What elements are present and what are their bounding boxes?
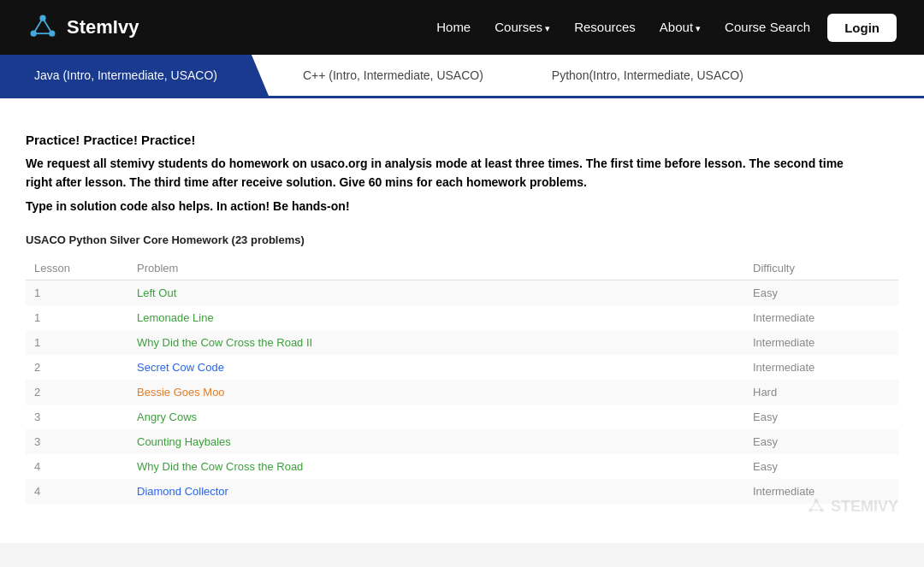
tab-python[interactable]: Python(Intro, Intermediate, USACO) bbox=[518, 55, 778, 96]
cell-lesson: 1 bbox=[26, 330, 128, 355]
problem-link[interactable]: Bessie Goes Moo bbox=[137, 386, 225, 399]
problem-link[interactable]: Counting Haybales bbox=[137, 435, 231, 448]
nav-home[interactable]: Home bbox=[436, 20, 471, 34]
col-difficulty: Difficulty bbox=[744, 257, 898, 281]
cell-problem: Left Out bbox=[128, 280, 744, 305]
tab-java[interactable]: Java (Intro, Intermediate, USACO) bbox=[0, 55, 269, 96]
practice-heading: Practice! Practice! Practice! bbox=[26, 133, 898, 147]
cell-problem: Diamond Collector bbox=[128, 479, 744, 504]
cell-lesson: 1 bbox=[26, 280, 128, 305]
nav-course-search[interactable]: Course Search bbox=[725, 20, 810, 34]
problem-link[interactable]: Diamond Collector bbox=[137, 485, 228, 498]
svg-line-4 bbox=[43, 18, 52, 33]
practice-body: We request all stemivy students do homew… bbox=[26, 154, 864, 192]
cell-difficulty: Hard bbox=[744, 380, 898, 405]
cell-lesson: 2 bbox=[26, 380, 128, 405]
cell-problem: Why Did the Cow Cross the Road bbox=[128, 454, 744, 479]
table-row: 3Counting HaybalesEasy bbox=[26, 429, 898, 454]
cell-lesson: 4 bbox=[26, 479, 128, 504]
cell-problem: Counting Haybales bbox=[128, 429, 744, 454]
cell-lesson: 3 bbox=[26, 429, 128, 454]
problem-link[interactable]: Angry Cows bbox=[137, 410, 197, 423]
svg-line-3 bbox=[33, 18, 43, 33]
login-button[interactable]: Login bbox=[827, 14, 897, 42]
nav-resources[interactable]: Resources bbox=[574, 20, 636, 34]
nav-links: Home Courses Resources About Course Sear… bbox=[436, 20, 810, 35]
table-row: 1Why Did the Cow Cross the Road IIInterm… bbox=[26, 330, 898, 355]
cell-problem: Secret Cow Code bbox=[128, 355, 744, 380]
nav-about[interactable]: About bbox=[660, 20, 701, 34]
cell-difficulty: Intermediate bbox=[744, 355, 898, 380]
table-row: 2Bessie Goes MooHard bbox=[26, 380, 898, 405]
table-row: 4Why Did the Cow Cross the RoadEasy bbox=[26, 454, 898, 479]
cell-problem: Bessie Goes Moo bbox=[128, 380, 744, 405]
navbar: StemIvy Home Courses Resources About Cou… bbox=[0, 0, 924, 55]
table-row: 4Diamond CollectorIntermediate bbox=[26, 479, 898, 504]
problem-link[interactable]: Lemonade Line bbox=[137, 311, 214, 324]
col-problem: Problem bbox=[128, 257, 744, 281]
brand-name: StemIvy bbox=[67, 16, 139, 38]
problem-link[interactable]: Why Did the Cow Cross the Road bbox=[137, 460, 303, 473]
table-row: 1Left OutEasy bbox=[26, 280, 898, 305]
nav-courses[interactable]: Courses bbox=[495, 20, 550, 34]
main-content: Practice! Practice! Practice! We request… bbox=[9, 98, 915, 543]
cell-problem: Lemonade Line bbox=[128, 305, 744, 330]
cell-lesson: 3 bbox=[26, 405, 128, 429]
tab-cpp[interactable]: C++ (Intro, Intermediate, USACO) bbox=[269, 55, 518, 96]
hw-title: USACO Python Silver Core Homework (23 pr… bbox=[26, 233, 898, 246]
brand: StemIvy bbox=[27, 12, 436, 43]
tabs-bar: Java (Intro, Intermediate, USACO) C++ (I… bbox=[0, 55, 924, 98]
homework-table: Lesson Problem Difficulty 1Left OutEasy1… bbox=[26, 257, 898, 504]
cell-difficulty: Intermediate bbox=[744, 305, 898, 330]
cell-difficulty: Easy bbox=[744, 454, 898, 479]
table-row: 2Secret Cow CodeIntermediate bbox=[26, 355, 898, 380]
table-row: 1Lemonade LineIntermediate bbox=[26, 305, 898, 330]
cell-difficulty: Easy bbox=[744, 429, 898, 454]
problem-link[interactable]: Secret Cow Code bbox=[137, 361, 224, 374]
brand-icon bbox=[27, 12, 58, 43]
cell-lesson: 1 bbox=[26, 305, 128, 330]
problem-link[interactable]: Left Out bbox=[137, 286, 176, 299]
cell-difficulty: Intermediate bbox=[744, 479, 898, 504]
table-row: 3Angry CowsEasy bbox=[26, 405, 898, 429]
practice-footer: Type in solution code also helps. In act… bbox=[26, 199, 898, 213]
cell-problem: Angry Cows bbox=[128, 405, 744, 429]
cell-difficulty: Easy bbox=[744, 280, 898, 305]
cell-difficulty: Intermediate bbox=[744, 330, 898, 355]
cell-lesson: 2 bbox=[26, 355, 128, 380]
col-lesson: Lesson bbox=[26, 257, 128, 281]
problem-link[interactable]: Why Did the Cow Cross the Road II bbox=[137, 336, 312, 349]
cell-lesson: 4 bbox=[26, 454, 128, 479]
cell-difficulty: Easy bbox=[744, 405, 898, 429]
cell-problem: Why Did the Cow Cross the Road II bbox=[128, 330, 744, 355]
